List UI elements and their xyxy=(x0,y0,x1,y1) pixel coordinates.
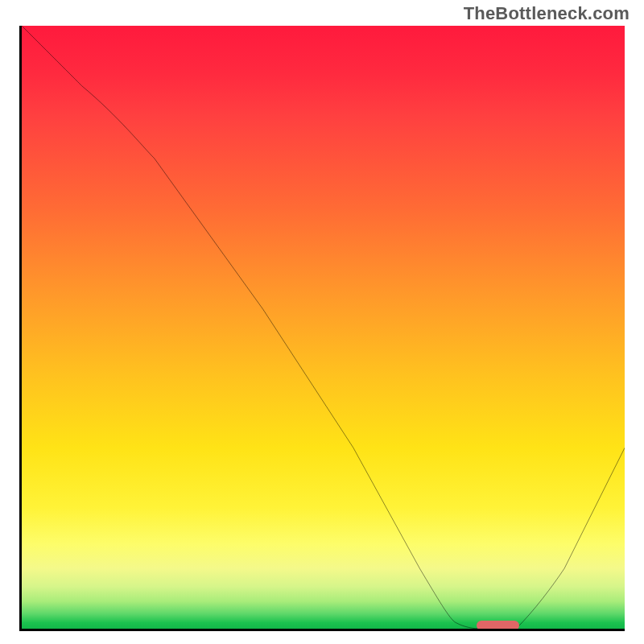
plot-area xyxy=(19,26,625,631)
optimal-marker xyxy=(477,621,518,630)
watermark-text: TheBottleneck.com xyxy=(464,3,630,24)
chart-container: TheBottleneck.com xyxy=(0,0,644,644)
bottleneck-curve xyxy=(22,26,625,629)
